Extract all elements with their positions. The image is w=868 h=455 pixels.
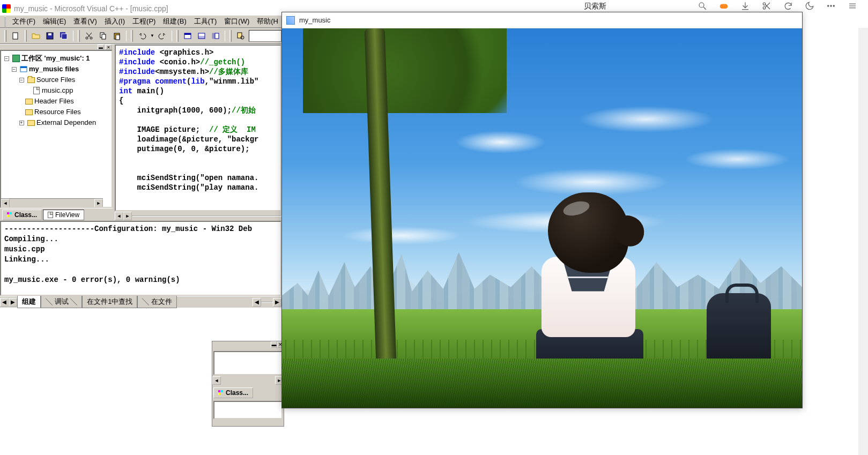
my-music-window[interactable]: my_music: [281, 12, 803, 408]
classview-tab[interactable]: Class...: [2, 210, 42, 220]
toolbar-grip-3[interactable]: [78, 30, 80, 42]
vc-titlebar[interactable]: my_music - Microsoft Visual C++ - [music…: [0, 2, 281, 15]
output-tab-prev[interactable]: ◄: [0, 298, 9, 307]
menu-icon[interactable]: [848, 1, 857, 12]
project-icon: [19, 65, 28, 73]
more-icon[interactable]: [826, 1, 836, 12]
collapse-icon[interactable]: −: [12, 67, 17, 72]
tree-close-button[interactable]: ✕: [105, 44, 112, 50]
tree-source-file[interactable]: music.cpp: [2, 85, 110, 96]
output-tab-find1[interactable]: 在文件1中查找: [82, 296, 137, 308]
output-scroll-left[interactable]: ◄: [253, 298, 261, 307]
menu-help[interactable]: 帮助(H: [254, 16, 281, 27]
svg-rect-15: [13, 33, 18, 39]
redo-button[interactable]: [157, 30, 168, 42]
menu-insert[interactable]: 插入(I): [101, 16, 128, 27]
svg-point-11: [833, 5, 834, 6]
toolbar-grip-1[interactable]: [4, 30, 6, 42]
tree-dock-button[interactable]: ▬: [98, 44, 104, 50]
toolbar-grip-6[interactable]: [229, 30, 232, 42]
find-combo[interactable]: [249, 30, 281, 42]
collapse-icon[interactable]: −: [19, 78, 24, 83]
svg-rect-33: [215, 33, 219, 39]
menu-window[interactable]: 窗口(W): [221, 16, 253, 27]
browser-toolbar: 贝索斯: [568, 0, 868, 13]
menubar-grip[interactable]: [4, 17, 6, 26]
toolbar-grip-2[interactable]: [25, 30, 27, 42]
scissors-icon[interactable]: [762, 1, 771, 12]
menu-edit[interactable]: 编辑(E): [40, 16, 69, 27]
collapse-icon[interactable]: −: [4, 56, 9, 61]
my-music-titlebar[interactable]: my_music: [282, 12, 802, 28]
fileview-tab[interactable]: FileView: [43, 210, 84, 220]
svg-rect-31: [198, 36, 205, 39]
code-scroll-left[interactable]: ◄: [115, 212, 123, 220]
tree-external[interactable]: + External Dependen: [2, 117, 110, 128]
svg-rect-43: [218, 393, 220, 395]
cut-button[interactable]: [83, 30, 95, 42]
save-button[interactable]: [44, 30, 56, 42]
open-button[interactable]: [30, 30, 42, 42]
vc-toolbar: ▼: [0, 28, 281, 44]
float-dock-button[interactable]: ▬: [271, 341, 277, 348]
folder-icon: [25, 99, 33, 105]
expand-icon[interactable]: +: [19, 121, 24, 125]
svg-point-20: [86, 37, 88, 39]
window-list-button[interactable]: [182, 30, 194, 42]
save-all-button[interactable]: [58, 30, 70, 42]
scene-grass-front: [282, 359, 802, 408]
vc-app-icon: [2, 4, 11, 13]
float-scroll-left[interactable]: ◄: [212, 376, 221, 385]
undo-button[interactable]: [136, 30, 148, 42]
vc-title-text: my_music - Microsoft Visual C++ - [music…: [14, 4, 168, 13]
page-scrollbar[interactable]: [858, 28, 868, 455]
code-editor[interactable]: #include <graphics.h> #include <conio.h>…: [115, 44, 281, 211]
code-scroll-right[interactable]: ►: [123, 212, 132, 220]
workspace-icon: [12, 55, 20, 62]
toolbar-grip-5[interactable]: [176, 30, 179, 42]
output-pane[interactable]: --------------------Configuration: my_mu…: [0, 221, 281, 296]
output-button[interactable]: [196, 30, 207, 42]
output-tab-next[interactable]: ►: [9, 298, 17, 307]
svg-line-1: [703, 7, 706, 10]
moon-icon[interactable]: [805, 1, 814, 12]
svg-rect-27: [116, 35, 120, 40]
svg-point-10: [830, 5, 832, 6]
svg-line-7: [766, 4, 770, 9]
new-text-button[interactable]: [10, 30, 21, 42]
menu-view[interactable]: 查看(V): [70, 16, 100, 27]
svg-rect-32: [212, 33, 215, 39]
undo-icon[interactable]: [783, 1, 793, 12]
toolbar-grip-4[interactable]: [131, 30, 133, 42]
svg-rect-34: [238, 33, 242, 38]
output-tab-debug[interactable]: ╲ 调试 ╲: [41, 296, 82, 308]
svg-point-21: [90, 37, 92, 39]
output-tab-find2[interactable]: ╲ 在文件: [137, 296, 177, 308]
cpp-file-icon: [33, 87, 40, 94]
paste-button[interactable]: [111, 30, 123, 42]
output-scroll-right[interactable]: ►: [273, 298, 281, 307]
float-class-tab[interactable]: Class...: [213, 387, 253, 398]
tree-header-folder[interactable]: Header Files: [2, 96, 110, 107]
copy-button[interactable]: [97, 30, 109, 42]
menu-build[interactable]: 组建(B): [160, 16, 189, 27]
gamepad-icon[interactable]: [719, 1, 729, 12]
menu-project[interactable]: 工程(P): [129, 16, 159, 27]
tree-project[interactable]: − my_music files: [2, 64, 110, 74]
svg-rect-29: [184, 33, 191, 35]
workspace-button[interactable]: [210, 30, 221, 42]
tree-source-folder[interactable]: − Source Files: [2, 74, 110, 85]
tree-resource-folder[interactable]: Resource Files: [2, 107, 110, 117]
menu-file[interactable]: 文件(F): [9, 16, 39, 27]
my-music-icon: [286, 16, 295, 25]
tree-workspace[interactable]: − 工作区 'my_music': 1: [2, 53, 110, 64]
search-icon[interactable]: [698, 1, 707, 12]
download-icon[interactable]: [740, 1, 750, 12]
find-in-files-button[interactable]: [235, 30, 247, 42]
scroll-right-button[interactable]: ►: [94, 199, 103, 207]
scroll-left-button[interactable]: ◄: [1, 199, 10, 207]
output-tab-build[interactable]: 组建: [17, 296, 41, 308]
svg-rect-37: [20, 66, 27, 68]
menu-tools[interactable]: 工具(T): [191, 16, 220, 27]
my-music-canvas: [282, 28, 802, 408]
